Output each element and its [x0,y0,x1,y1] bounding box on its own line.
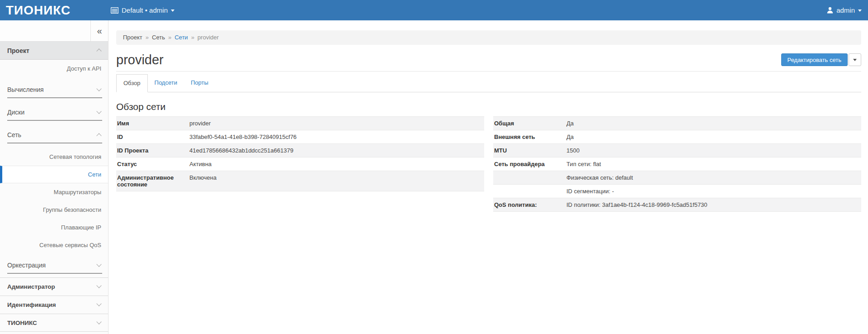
breadcrumb-separator: » [191,34,194,41]
sidebar-item-networks[interactable]: Сети [0,166,108,183]
user-icon [827,7,833,14]
row-value-status: Активна [188,157,484,171]
chevron-up-icon [96,133,101,138]
sidebar-item-network-qos[interactable]: Сетевые сервисы QoS [0,236,108,254]
caret-down-icon [853,59,857,61]
caret-down-icon [171,10,175,12]
page-title: provider [116,52,164,67]
dashboard-project-label: Проект [7,47,29,54]
row-label-provider-network: Сеть провайдера [493,157,565,171]
group-volumes-label: Диски [7,109,24,116]
row-label-id: ID [116,130,188,144]
table-row: ID 33fabef0-54a1-41e8-b398-72840915cf76 [116,130,484,144]
table-row: ID Проекта 41ed17856686432ab1ddcc251a661… [116,144,484,157]
row-label-mtu: MTU [493,144,565,157]
main-content: Проект»Сеть»Сети»provider provider Редак… [108,20,868,334]
group-network-label: Сеть [7,131,21,138]
breadcrumb-project[interactable]: Проект [123,34,142,41]
breadcrumb-separator: » [168,34,171,41]
row-label-empty [493,171,565,185]
dashboard-tionix-label: ТИОНИКС [7,320,37,326]
sidebar-dashboard-identity[interactable]: Идентификация [0,296,108,314]
row-value-qos-policy-id: ID политики: 3af1ae4b-f124-4c18-9969-fc5… [565,198,861,212]
table-row: Физическая сеть: default [493,171,861,185]
table-row: ID сегментации: - [493,185,861,198]
table-row: Статус Активна [116,157,484,171]
detail-tabs: Обзор Подсети Порты [116,74,861,92]
sidebar-dashboard-admin[interactable]: Администратор [0,277,108,296]
chevron-down-icon [96,301,101,306]
edit-network-dropdown-button[interactable] [849,53,861,66]
sidebar-group-volumes[interactable]: Диски [0,104,108,121]
row-value-admin-state: Включена [188,171,484,191]
tab-overview[interactable]: Обзор [116,74,148,92]
network-overview-table-left: Имя provider ID 33fabef0-54a1-41e8-b398-… [116,116,484,191]
row-value-mtu: 1500 [565,144,861,157]
context-switcher-icon [111,7,118,14]
group-compute-label: Вычисления [7,86,44,93]
sidebar-item-network-topology[interactable]: Сетевая топология [0,148,108,166]
breadcrumb-net[interactable]: Сеть [152,34,165,41]
chevron-down-icon [96,283,101,288]
chevron-down-icon [96,109,101,114]
user-menu[interactable]: admin [827,0,862,20]
user-name: admin [836,6,855,14]
row-label-empty [493,185,565,198]
sidebar-dashboards: Администратор Идентификация ТИОНИКС [0,277,108,332]
table-row: Имя provider [116,117,484,130]
brand-logo[interactable]: ТИОНИКС [6,0,71,20]
breadcrumb: Проект»Сеть»Сети»provider [116,30,861,45]
overview-columns: Имя provider ID 33fabef0-54a1-41e8-b398-… [116,116,861,212]
network-overview-table-right: Общая Да Внешняя сеть Да MTU 1500 Сеть п… [493,116,861,212]
breadcrumb-networks-link[interactable]: Сети [175,34,188,41]
table-row: MTU 1500 [493,144,861,157]
row-value-physical-network: Физическая сеть: default [565,171,861,185]
sidebar-dashboard-project[interactable]: Проект [0,42,108,60]
dashboard-admin-label: Администратор [7,283,55,290]
sidebar-item-floating-ip[interactable]: Плавающие IP [0,219,108,236]
sidebar-dashboard-tionix[interactable]: ТИОНИКС [0,314,108,332]
row-value-name: provider [188,117,484,130]
domain-project-label: Default • admin [122,6,168,14]
sidebar-item-routers[interactable]: Маршрутизаторы [0,183,108,201]
caret-down-icon [858,10,862,12]
row-value-id: 33fabef0-54a1-41e8-b398-72840915cf76 [188,130,484,144]
tab-subnets[interactable]: Подсети [148,74,184,92]
tab-ports[interactable]: Порты [184,74,215,92]
app-root: ТИОНИКС Default • admin admin [0,0,868,334]
group-orchestration-label: Оркестрация [7,262,46,269]
page-actions: Редактировать сеть [781,53,861,66]
page-header-row: provider Редактировать сеть [116,52,861,67]
breadcrumb-current: provider [198,34,219,41]
row-value-project-id: 41ed17856686432ab1ddcc251a661379 [188,144,484,157]
sidebar-group-compute[interactable]: Вычисления [0,81,108,98]
top-header: ТИОНИКС Default • admin admin [0,0,868,20]
edit-network-button[interactable]: Редактировать сеть [781,53,848,66]
sidebar-item-security-groups[interactable]: Группы безопасности [0,201,108,219]
table-row: Административное состояние Включена [116,171,484,191]
sidebar-group-orchestration[interactable]: Оркестрация [0,257,108,274]
row-label-shared: Общая [493,117,565,130]
row-value-segmentation-id: ID сегментации: - [565,185,861,198]
table-row: Общая Да [493,117,861,130]
sidebar-group-network[interactable]: Сеть [0,126,108,143]
domain-project-switcher[interactable]: Default • admin [111,0,175,20]
sidebar-network-items: Сетевая топология Сети Маршрутизаторы Гр… [0,148,108,254]
dashboard-identity-label: Идентификация [7,301,56,308]
row-label-status: Статус [116,157,188,171]
chevron-down-icon [96,319,101,324]
sidebar-item-api-access[interactable]: Доступ к API [0,60,108,77]
table-row: QoS политика: ID политики: 3af1ae4b-f124… [493,198,861,212]
chevron-up-icon [96,48,101,53]
row-label-qos-policy: QoS политика: [493,198,565,212]
chevron-down-icon [96,262,101,267]
row-value-shared: Да [565,117,861,130]
breadcrumb-separator: » [146,34,149,41]
row-value-network-type: Тип сети: flat [565,157,861,171]
sidebar-toggle-strip: « [0,20,108,42]
row-label-admin-state: Административное состояние [116,171,188,191]
row-label-project-id: ID Проекта [116,144,188,157]
header-divider [116,71,861,72]
overview-heading: Обзор сети [116,101,861,112]
sidebar-collapse-button[interactable]: « [90,20,108,41]
